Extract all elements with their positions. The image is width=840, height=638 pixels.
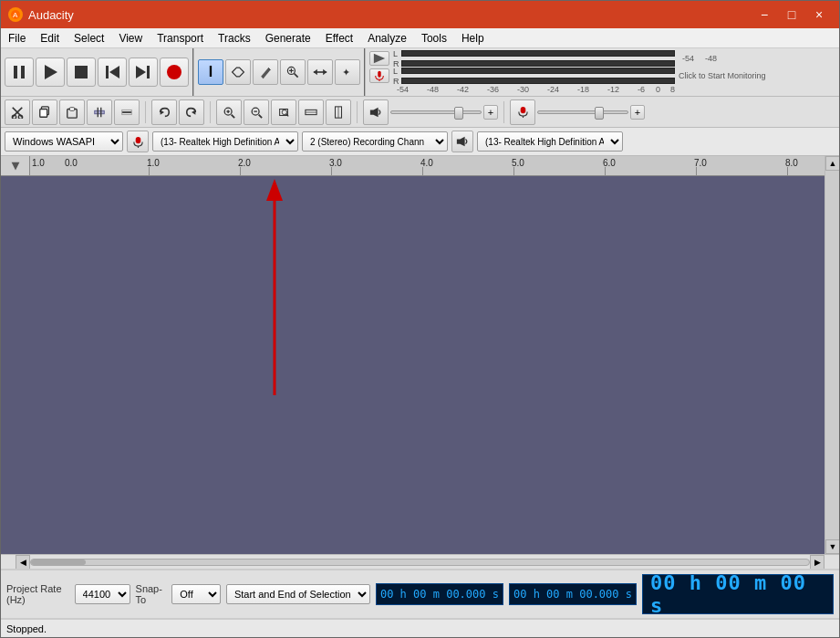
v-scroll-down[interactable]: ▼ (825, 539, 839, 554)
draw-tool-button[interactable] (253, 59, 278, 85)
bottom-panel: Project Rate (Hz) 44100 Snap-To Off Star… (1, 569, 839, 619)
h-scroll-left[interactable]: ◀ (16, 555, 30, 570)
title-bar-controls: − □ × (752, 5, 832, 25)
menu-view[interactable]: View (111, 28, 150, 47)
menu-transport[interactable]: Transport (150, 28, 211, 47)
title-bar-left: A Audacity (8, 7, 74, 22)
title-bar: A Audacity − □ × (1, 1, 839, 28)
redo-button[interactable] (179, 99, 204, 125)
envelope-tool-button[interactable] (225, 59, 251, 85)
v-scroll-track[interactable] (825, 171, 839, 539)
output-device-dropdown[interactable]: (13- Realtek High Definition Audio) (477, 131, 623, 152)
svg-text:✦: ✦ (342, 67, 350, 78)
copy-button[interactable] (32, 99, 57, 125)
trim-button[interactable] (87, 99, 112, 125)
cut-button[interactable] (5, 99, 30, 125)
playback-db-scale: -54 -48 (682, 54, 717, 63)
status-bar: Stopped. (1, 619, 839, 637)
snap-to-group: Snap-To Off (136, 583, 221, 605)
menu-file[interactable]: File (1, 28, 33, 47)
close-button[interactable]: × (806, 5, 832, 25)
selection-format-dropdown[interactable]: Start and End of Selection (226, 584, 370, 604)
ruler-marks-container: 1.0 0.0 1.0 2.0 3.0 4.0 5.0 6.0 7.0 8.0 … (30, 156, 824, 175)
select-tool-button[interactable]: I (198, 59, 223, 85)
record-button[interactable] (160, 58, 189, 87)
snap-to-label: Snap-To (136, 583, 169, 605)
paste-button[interactable] (59, 99, 85, 125)
click-to-start-label: Click to Start Monitoring (679, 71, 766, 80)
arrow-annotation (247, 176, 302, 404)
zoom-tool-button[interactable] (280, 59, 306, 85)
input-volume-slider[interactable] (537, 105, 628, 120)
svg-rect-2 (14, 66, 17, 78)
zoom-in-button[interactable] (216, 99, 242, 125)
bottom-row1: Project Rate (Hz) 44100 Snap-To Off Star… (1, 570, 839, 619)
output-volume-slider[interactable] (390, 105, 482, 120)
multi-tool-button[interactable]: ✦ (335, 59, 360, 85)
svg-marker-34 (161, 110, 164, 114)
menu-edit[interactable]: Edit (33, 28, 67, 47)
h-scroll-thumb[interactable] (31, 560, 86, 565)
v-scroll-up[interactable]: ▲ (825, 156, 839, 171)
time-start-display[interactable]: 00 h 00 m 00.000 s (376, 583, 503, 605)
snap-to-dropdown[interactable]: Off (171, 584, 221, 604)
h-scroll-track[interactable] (30, 559, 810, 566)
channels-dropdown[interactable]: 2 (Stereo) Recording Chann (302, 131, 448, 152)
playback-meter: L R (393, 49, 675, 68)
toolbar-block: I ✦ (1, 48, 839, 156)
mic-icon-button[interactable] (127, 131, 149, 152)
input-device-dropdown[interactable]: (13- Realtek High Definition Audio) (152, 131, 298, 152)
menu-tracks[interactable]: Tracks (211, 28, 258, 47)
app-window: A Audacity − □ × File Edit Select View T… (0, 0, 840, 638)
separator2 (210, 101, 211, 123)
zoom-sel-button[interactable] (271, 99, 296, 125)
minimize-button[interactable]: − (752, 5, 777, 25)
svg-marker-16 (323, 69, 327, 75)
recording-meter-button[interactable] (369, 68, 389, 83)
app-icon: A (8, 7, 23, 22)
svg-point-23 (12, 115, 16, 119)
maximize-button[interactable]: □ (779, 5, 804, 25)
db-scale: -54 -48 -42 -36 -30 -24 -18 -12 -6 0 8 (369, 85, 835, 94)
track-and-scroll: 1.0 0.0 1.0 2.0 3.0 4.0 5.0 6.0 7.0 8.0 … (1, 156, 839, 554)
svg-line-11 (295, 74, 298, 78)
zoom-fit-button[interactable] (298, 99, 324, 125)
undo-button[interactable] (151, 99, 177, 125)
play-button[interactable] (36, 58, 65, 87)
zoom-out-button[interactable] (244, 99, 269, 125)
svg-marker-4 (45, 65, 57, 79)
menu-help[interactable]: Help (454, 28, 492, 47)
audio-host-dropdown[interactable]: Windows WASAPI (5, 131, 123, 152)
project-rate-dropdown[interactable]: 44100 (75, 584, 130, 604)
menu-select[interactable]: Select (67, 28, 111, 47)
svg-marker-9 (136, 66, 146, 78)
skip-start-button[interactable] (98, 58, 127, 87)
playback-meter-button[interactable] (369, 51, 389, 66)
h-scroll-right[interactable]: ▶ (810, 555, 824, 570)
output-volume-plus[interactable]: + (483, 105, 498, 120)
stop-button[interactable] (67, 58, 96, 87)
input-volume-icon[interactable] (510, 99, 535, 125)
menu-tools[interactable]: Tools (414, 28, 454, 47)
input-volume-plus[interactable]: + (630, 105, 645, 120)
svg-rect-53 (135, 136, 140, 142)
svg-marker-50 (370, 107, 379, 117)
menu-effect[interactable]: Effect (318, 28, 360, 47)
svg-rect-19 (378, 71, 380, 78)
speaker-icon-button[interactable] (451, 131, 473, 152)
window-title: Audacity (28, 8, 74, 22)
skip-end-button[interactable] (129, 58, 158, 87)
svg-rect-51 (520, 107, 525, 113)
svg-line-37 (232, 114, 235, 118)
menu-analyze[interactable]: Analyze (360, 28, 414, 47)
output-volume-icon[interactable] (363, 99, 389, 125)
time-end-display[interactable]: 00 h 00 m 00.000 s (509, 583, 637, 605)
timeshift-tool-button[interactable] (307, 59, 333, 85)
track-viewport (1, 176, 824, 554)
pause-button[interactable] (5, 58, 34, 87)
recording-meter: L R (393, 67, 675, 86)
zoom-fit-v-button[interactable] (326, 99, 351, 125)
menu-generate[interactable]: Generate (258, 28, 318, 47)
recording-meter-R (401, 78, 675, 84)
silence-button[interactable] (114, 99, 140, 125)
